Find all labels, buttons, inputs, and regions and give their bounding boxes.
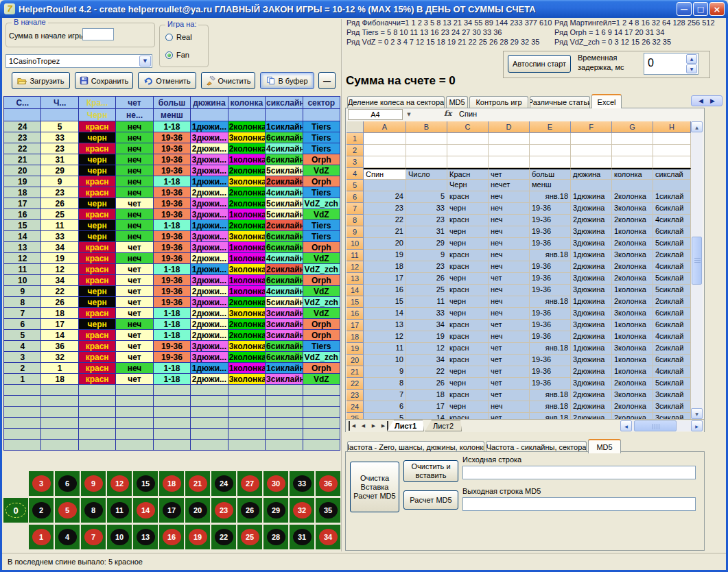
cell-B7[interactable]: 33 [406,203,447,215]
sheet-nav-prev-icon[interactable]: ◀ [359,421,368,431]
clear-paste-calc-button[interactable]: Очистка Вставка Расчет MD5 [350,462,399,512]
cell-B25[interactable]: 14 [406,413,447,419]
cell-A10[interactable]: 20 [364,238,406,250]
board-number-31[interactable]: 31 [290,525,314,549]
cell-D1[interactable] [489,133,530,145]
cell-A24[interactable]: 6 [364,401,406,413]
delay-spinner[interactable]: 0 ▲ ▼ [644,53,698,75]
cell-H6[interactable]: 1сиклай [653,191,691,203]
cell-G16[interactable]: 3колонка [612,308,653,320]
cell-H24[interactable]: 3сиклай [653,401,691,413]
cell-F6[interactable]: 1дюжина [571,191,612,203]
cell-F14[interactable]: 3дюжина [571,285,612,296]
cell-B19[interactable]: 12 [406,343,447,355]
horizontal-scrollbar[interactable]: ◀ ▶ [620,420,703,431]
cell-C24[interactable]: черн [447,401,489,413]
cell-B15[interactable]: 11 [406,296,447,308]
cell-A3[interactable] [364,156,406,168]
cell-A15[interactable]: 15 [364,296,406,308]
cell-D25[interactable]: чет [489,413,530,419]
cell-G3[interactable] [612,156,653,168]
cell-B9[interactable]: 31 [406,226,447,238]
board-number-22[interactable]: 22 [211,525,236,549]
cell-A4[interactable]: Спин [364,168,406,180]
cell-E1[interactable] [530,133,571,145]
cell-C25[interactable]: красн [447,413,489,419]
excel-col-header-F[interactable]: F [571,121,612,133]
cell-D19[interactable]: чет [489,343,530,355]
cell-A17[interactable]: 13 [364,320,406,331]
spin-down-icon[interactable]: ▼ [686,64,697,74]
cell-E13[interactable]: 19-36 [530,273,571,285]
cell-B3[interactable] [406,156,447,168]
cell-A9[interactable]: 21 [364,226,406,238]
cell-B24[interactable]: 17 [406,401,447,413]
cell-C19[interactable]: красн [447,343,489,355]
excel-row-header-16[interactable]: 16 [347,308,364,320]
cell-F17[interactable]: 3дюжина [571,320,612,331]
cell-D10[interactable]: неч [489,238,530,250]
cell-C2[interactable] [447,145,489,156]
vertical-scrollbar[interactable]: ▲ ▼ [691,121,703,419]
board-number-21[interactable]: 21 [185,471,210,496]
cell-F18[interactable]: 2дюжина [571,331,612,343]
cell-H5[interactable] [653,180,691,191]
board-number-30[interactable]: 30 [263,471,288,496]
cell-B23[interactable]: 18 [406,390,447,401]
cell-F10[interactable]: 3дюжина [571,238,612,250]
cell-G4[interactable]: колонка [612,168,653,180]
tab-3[interactable]: Различные статьи [530,96,590,108]
cell-C8[interactable]: красн [447,215,489,226]
board-number-1[interactable]: 1 [29,525,54,549]
tab-0[interactable]: Деление колеса на сектора [347,96,445,108]
cell-C9[interactable]: черн [447,226,489,238]
cell-G19[interactable]: 3колонка [612,343,653,355]
cell-A13[interactable]: 17 [364,273,406,285]
excel-select-all[interactable] [347,121,364,133]
cell-C3[interactable] [447,156,489,168]
cell-D5[interactable]: нечет [489,180,530,191]
cell-F4[interactable]: дюжина [571,168,612,180]
cell-G21[interactable]: 1колонка [612,366,653,378]
tab-4[interactable]: Excel [591,94,622,108]
cell-H20[interactable]: 6сиклай [653,355,691,366]
cell-H22[interactable]: 5сиклай [653,378,691,390]
name-box-dropdown-icon[interactable]: ▼ [403,109,414,120]
board-number-27[interactable]: 27 [237,471,262,496]
board-number-5[interactable]: 5 [55,498,80,523]
board-number-36[interactable]: 36 [316,471,340,496]
cell-C23[interactable]: красн [447,390,489,401]
cell-C16[interactable]: черн [447,308,489,320]
board-number-19[interactable]: 19 [185,525,210,549]
cell-G15[interactable]: 2колонка [612,296,653,308]
cell-C20[interactable]: красн [447,355,489,366]
cell-A19[interactable]: 11 [364,343,406,355]
board-number-20[interactable]: 20 [185,498,210,523]
cell-E7[interactable]: 19-36 [530,203,571,215]
cell-E22[interactable]: 19-36 [530,378,571,390]
spin-up-icon[interactable]: ▲ [686,54,697,64]
output-string-input[interactable] [462,497,696,511]
cell-B12[interactable]: 23 [406,261,447,273]
excel-row-header-19[interactable]: 19 [347,343,364,355]
tab-scroll-right-icon[interactable]: ▶ [710,97,715,104]
cell-B5[interactable] [406,180,447,191]
cell-B16[interactable]: 33 [406,308,447,320]
excel-col-header-A[interactable]: A [364,121,406,133]
board-number-13[interactable]: 13 [133,525,158,549]
cell-D4[interactable]: чет [489,168,530,180]
cell-F21[interactable]: 2дюжина [571,366,612,378]
cell-H9[interactable]: 6сиклай [653,226,691,238]
excel-row-header-18[interactable]: 18 [347,331,364,343]
cell-G13[interactable]: 2колонка [612,273,653,285]
cell-F3[interactable] [571,156,612,168]
board-number-15[interactable]: 15 [133,471,158,496]
excel-row-header-11[interactable]: 11 [347,250,364,261]
board-number-28[interactable]: 28 [263,525,288,549]
cell-C1[interactable] [447,133,489,145]
excel-row-header-12[interactable]: 12 [347,261,364,273]
cell-G1[interactable] [612,133,653,145]
cell-D8[interactable]: неч [489,215,530,226]
cell-F20[interactable]: 3дюжина [571,355,612,366]
to-buffer-button[interactable]: В буфер [260,72,314,89]
